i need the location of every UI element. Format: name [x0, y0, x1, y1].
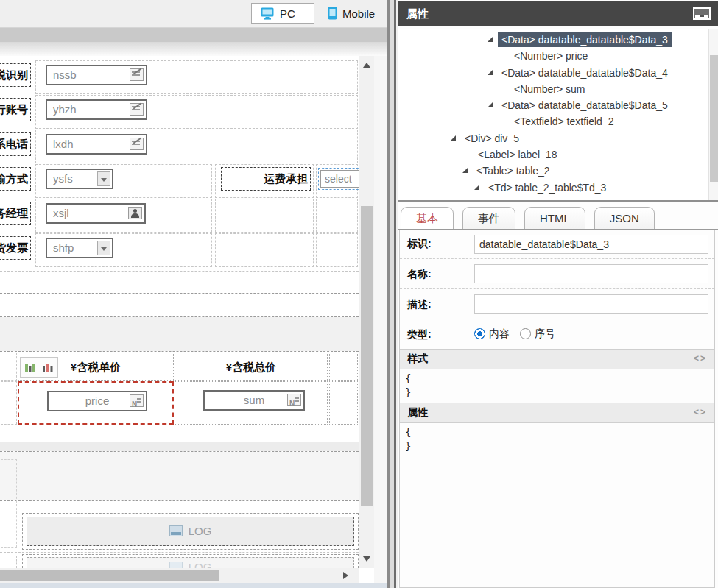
scrollbar-thumb[interactable] [0, 570, 219, 581]
field-label[interactable]: 税识别 [0, 63, 31, 87]
userfield-xsjl[interactable]: xsjl [46, 203, 146, 224]
textfield-value: yhzh [53, 103, 77, 116]
field-label[interactable]: 行账号 [0, 98, 31, 121]
tree-item[interactable]: <Data> datatable_datatable$Data_3 [398, 32, 708, 48]
numberfield-sum[interactable]: sum N [203, 390, 305, 411]
radio-label: 内容 [489, 327, 510, 339]
table-header-label: ¥含税单价 [71, 361, 121, 373]
form-cell[interactable] [316, 233, 358, 267]
radio-selected-icon[interactable] [474, 328, 485, 339]
form-canvas[interactable]: 税识别 nssb 行账号 yhzh 系电话 lxdh 输方式 [0, 56, 359, 568]
tree-scrollbar[interactable] [708, 29, 718, 200]
scrollbar-thumb[interactable] [361, 206, 373, 506]
collapse-panel-icon[interactable] [693, 7, 711, 20]
empty-band [0, 317, 359, 351]
canvas-horizontal-scrollbar[interactable] [0, 568, 359, 583]
tree-item[interactable]: <Textfield> textfield_2 [398, 113, 708, 130]
tree-item-label[interactable]: <Td> table_2_table$Td_3 [485, 180, 610, 195]
textfield-lxdh[interactable]: lxdh [46, 134, 147, 155]
log-button[interactable]: LOG [27, 557, 354, 568]
select-ysfs[interactable]: ysfs [46, 169, 113, 189]
tree-item[interactable]: <Table> table_2 [398, 163, 708, 179]
tree-item-label[interactable]: <Data> datatable_datatable$Data_5 [498, 98, 672, 113]
freight-label[interactable]: 运费承担 [221, 167, 311, 191]
tree-item-label[interactable]: <Div> div_5 [461, 131, 523, 146]
desc-input[interactable] [474, 294, 708, 314]
pc-device-button[interactable]: PC [251, 3, 314, 24]
tree-expand-icon[interactable] [474, 185, 479, 190]
numberfield-price[interactable]: price N [47, 391, 147, 411]
scroll-down-icon[interactable] [363, 556, 370, 562]
scrollbar-thumb[interactable] [710, 55, 718, 182]
tree-item-label[interactable]: <Table> table_2 [473, 163, 554, 178]
table-side-cell[interactable] [1, 381, 17, 425]
scroll-right-icon[interactable] [343, 572, 348, 579]
select-value: select [320, 170, 359, 188]
tab-events[interactable]: 事件 [462, 207, 515, 229]
code-editor-icon[interactable]: <> [694, 403, 707, 422]
textfield-value: nssb [53, 68, 77, 81]
tree-item[interactable]: <Number> price [398, 48, 708, 64]
style-section-body[interactable]: { } [400, 369, 714, 403]
tree-item-label[interactable]: <Data> datatable_datatable$Data_4 [498, 65, 672, 80]
form-cell[interactable] [215, 199, 314, 233]
tree-item-label[interactable]: <Label> label_18 [474, 147, 560, 162]
style-section-header[interactable]: 样式 <> [400, 349, 714, 369]
tree-expand-icon[interactable] [451, 135, 456, 141]
radio-option-serial[interactable]: 序号 [520, 327, 555, 341]
radio-unselected-icon[interactable] [520, 328, 531, 339]
mobile-device-button[interactable]: Mobile [319, 3, 385, 24]
table-cell[interactable] [329, 381, 358, 425]
pane-splitter[interactable] [387, 0, 398, 588]
tab-basic[interactable]: 基本 [401, 207, 454, 229]
column-chart-icon-red[interactable] [41, 360, 55, 375]
tree-item-label[interactable]: <Data> datatable_datatable$Data_3 [498, 32, 672, 47]
id-input[interactable]: datatable_datatable$Data_3 [474, 235, 708, 254]
selected-select-field[interactable]: select [318, 168, 359, 190]
tree-item[interactable]: <Div> div_5 [398, 130, 708, 146]
form-cell[interactable] [215, 233, 314, 267]
log-button[interactable]: LOG [27, 517, 354, 546]
tree-expand-icon[interactable] [488, 70, 493, 75]
tree-item[interactable]: <Td> table_2_table$Td_3 [398, 180, 708, 196]
side-cell[interactable] [1, 459, 17, 548]
attr-section-body[interactable]: { } [400, 423, 714, 456]
scroll-up-icon[interactable] [363, 63, 370, 68]
field-label[interactable]: 系电话 [0, 132, 31, 156]
name-input[interactable] [474, 264, 708, 283]
column-tools[interactable] [20, 357, 58, 378]
tree-item-label[interactable]: <Number> sum [510, 82, 588, 96]
form-cell[interactable] [316, 199, 358, 233]
select-value: shfp [53, 241, 74, 254]
tab-json[interactable]: JSON [594, 207, 655, 229]
tree-expand-icon[interactable] [488, 37, 493, 42]
code-editor-icon[interactable]: <> [694, 350, 707, 368]
table-header-sum[interactable]: ¥含税总价 [175, 353, 328, 381]
textfield-yhzh[interactable]: yhzh [46, 99, 147, 120]
canvas-vertical-scrollbar[interactable] [359, 56, 374, 568]
selected-table-cell[interactable]: price N [18, 381, 174, 425]
side-cell[interactable] [1, 556, 17, 568]
field-label[interactable]: 货发票 [0, 236, 31, 260]
element-tree[interactable]: <Data> datatable_datatable$Data_3<Number… [398, 29, 708, 200]
radio-option-content[interactable]: 内容 [474, 327, 510, 341]
tree-item[interactable]: <Data> datatable_datatable$Data_4 [398, 65, 708, 81]
select-shfp[interactable]: shfp [46, 238, 113, 258]
table-side-cell[interactable] [1, 353, 17, 381]
tree-item[interactable]: <Label> label_18 [398, 146, 708, 163]
field-label[interactable]: 务经理 [0, 202, 31, 225]
tab-html[interactable]: HTML [524, 207, 585, 229]
tree-item-label[interactable]: <Number> price [510, 49, 591, 63]
column-chart-icon-green[interactable] [23, 360, 38, 375]
table-header-extra[interactable] [329, 353, 358, 381]
numberfield-value: price [85, 394, 110, 407]
attr-section-header[interactable]: 属性 <> [400, 403, 714, 423]
tree-item-label[interactable]: <Textfield> textfield_2 [510, 114, 617, 129]
tree-item[interactable]: <Data> datatable_datatable$Data_5 [398, 97, 708, 113]
table-cell[interactable]: sum N [175, 381, 328, 425]
textfield-nssb[interactable]: nssb [46, 65, 147, 85]
field-label[interactable]: 输方式 [0, 167, 31, 191]
tree-expand-icon[interactable] [462, 168, 468, 173]
tree-item[interactable]: <Number> sum [398, 81, 708, 97]
tree-expand-icon[interactable] [488, 102, 493, 107]
